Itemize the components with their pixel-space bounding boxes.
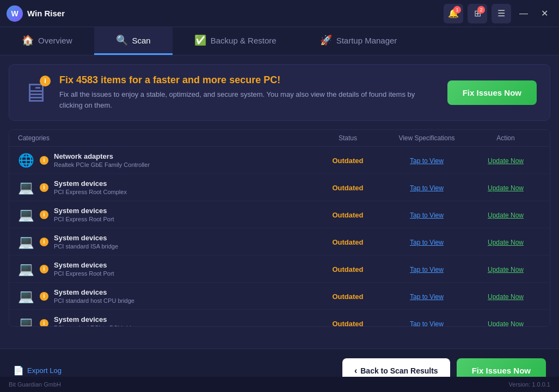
row-info-badge: i xyxy=(40,183,48,192)
update-now-link[interactable]: Update Now xyxy=(488,266,524,273)
app-logo: W xyxy=(7,5,23,22)
category-icon: 🌐 xyxy=(18,153,34,168)
row-status: Outdated xyxy=(312,210,383,220)
category-name: System devices xyxy=(54,288,134,296)
row-view-specs[interactable]: Tap to View xyxy=(383,210,470,220)
back-arrow-icon: ‹ xyxy=(354,366,357,376)
tab-startup[interactable]: 🚀 Startup Manager xyxy=(298,27,419,55)
table-row: 💻 i System devices PCI standard host CPU… xyxy=(9,283,550,310)
category-sub: Realtek PCIe GbE Family Controller xyxy=(54,161,150,168)
tap-to-view-link[interactable]: Tap to View xyxy=(410,211,444,219)
category-sub: PCI standard host CPU bridge xyxy=(54,297,134,304)
backup-icon: ✅ xyxy=(194,34,206,46)
row-status: Outdated xyxy=(312,183,383,192)
banner-subtitle: Fix all the issues to enjoy a stable, op… xyxy=(59,89,437,110)
tab-backup-label: Backup & Restore xyxy=(211,36,277,45)
category-name: System devices xyxy=(54,234,118,242)
tap-to-view-link[interactable]: Tap to View xyxy=(410,320,444,327)
grid-badge: 2 xyxy=(477,6,485,14)
status-outdated: Outdated xyxy=(332,211,363,219)
tap-to-view-link[interactable]: Tap to View xyxy=(410,293,444,301)
row-view-specs[interactable]: Tap to View xyxy=(383,155,470,165)
category-sub: PCI Express Root Port xyxy=(54,216,114,222)
table-row: 💻 i System devices PCI standard ISA brid… xyxy=(9,228,550,256)
update-now-link[interactable]: Update Now xyxy=(488,239,524,246)
category-name: Network adapters xyxy=(54,152,150,160)
tap-to-view-link[interactable]: Tap to View xyxy=(410,184,444,192)
tab-overview[interactable]: 🏠 Overview xyxy=(0,27,94,55)
tab-overview-label: Overview xyxy=(38,36,72,45)
row-action[interactable]: Update Now xyxy=(470,210,541,220)
update-now-link[interactable]: Update Now xyxy=(488,211,524,219)
update-now-link[interactable]: Update Now xyxy=(488,320,524,327)
category-name: System devices xyxy=(54,261,114,269)
row-category: 💻 i System devices PCI Express Root Port xyxy=(18,261,312,277)
tab-startup-label: Startup Manager xyxy=(336,36,397,45)
tab-scan[interactable]: 🔍 Scan xyxy=(94,27,173,55)
row-action[interactable]: Update Now xyxy=(470,237,541,247)
table-row: 💻 i System devices PCI Express Root Port… xyxy=(9,256,550,283)
app-title: Win Riser xyxy=(27,9,444,18)
col-status: Status xyxy=(312,134,383,142)
row-status: Outdated xyxy=(312,291,383,301)
col-view-specs: View Specifications xyxy=(383,134,470,142)
banner-icon-wrap: 🖥 i xyxy=(22,78,48,108)
row-info-badge: i xyxy=(40,265,48,273)
minimize-button[interactable]: — xyxy=(515,5,532,22)
export-log-button[interactable]: 📄 Export Log xyxy=(13,365,62,376)
row-action[interactable]: Update Now xyxy=(470,183,541,192)
logo-text: W xyxy=(11,9,18,18)
tap-to-view-link[interactable]: Tap to View xyxy=(410,266,444,273)
row-view-specs[interactable]: Tap to View xyxy=(383,183,470,192)
row-action[interactable]: Update Now xyxy=(470,291,541,301)
category-icon: 💻 xyxy=(18,234,34,250)
results-table: Categories Status View Specifications Ac… xyxy=(9,129,550,327)
row-info-badge: i xyxy=(40,156,48,165)
export-log-label: Export Log xyxy=(27,366,62,375)
col-action: Action xyxy=(470,134,541,142)
status-outdated: Outdated xyxy=(332,265,363,273)
col-categories: Categories xyxy=(18,134,312,142)
row-view-specs[interactable]: Tap to View xyxy=(383,264,470,274)
category-name: System devices xyxy=(54,315,138,323)
row-status: Outdated xyxy=(312,264,383,274)
issue-banner: 🖥 i Fix 4583 items for a faster and more… xyxy=(9,64,550,121)
category-sub: PCI standard PCI-to-PCI bridge xyxy=(54,325,138,326)
table-row: 💻 i System devices PCI standard PCI-to-P… xyxy=(9,310,550,326)
row-status: Outdated xyxy=(312,319,383,327)
category-name: System devices xyxy=(54,179,127,188)
update-now-link[interactable]: Update Now xyxy=(488,157,524,165)
close-button[interactable]: ✕ xyxy=(536,5,552,22)
row-info-badge: i xyxy=(40,319,48,327)
category-name: System devices xyxy=(54,207,114,215)
update-now-link[interactable]: Update Now xyxy=(488,293,524,301)
status-outdated: Outdated xyxy=(332,184,363,192)
row-action[interactable]: Update Now xyxy=(470,264,541,274)
row-action[interactable]: Update Now xyxy=(470,155,541,165)
status-outdated: Outdated xyxy=(332,320,363,327)
row-category: 💻 i System devices PCI standard host CPU… xyxy=(18,288,312,304)
export-icon: 📄 xyxy=(13,365,24,376)
row-category: 💻 i System devices PCI Express Root Port xyxy=(18,207,312,222)
category-sub: PCI standard ISA bridge xyxy=(54,243,118,250)
notifications-button[interactable]: 🔔 1 xyxy=(444,4,463,23)
row-info-badge: i xyxy=(40,210,48,219)
row-view-specs[interactable]: Tap to View xyxy=(383,319,470,327)
category-icon: 💻 xyxy=(18,262,34,277)
category-icon: 💻 xyxy=(18,207,34,222)
row-category: 💻 i System devices PCI Express Root Comp… xyxy=(18,179,312,195)
grid-button[interactable]: ⊞ 2 xyxy=(468,4,487,23)
fix-issues-banner-button[interactable]: Fix Issues Now xyxy=(447,80,537,105)
warning-badge: i xyxy=(40,76,51,86)
row-action[interactable]: Update Now xyxy=(470,319,541,327)
table-row: 💻 i System devices PCI Express Root Comp… xyxy=(9,174,550,201)
row-info-badge: i xyxy=(40,292,48,301)
update-now-link[interactable]: Update Now xyxy=(488,184,524,192)
menu-button[interactable]: ☰ xyxy=(492,4,511,23)
category-icon: 💻 xyxy=(18,316,34,327)
row-view-specs[interactable]: Tap to View xyxy=(383,291,470,301)
row-view-specs[interactable]: Tap to View xyxy=(383,237,470,247)
tap-to-view-link[interactable]: Tap to View xyxy=(410,239,444,246)
tap-to-view-link[interactable]: Tap to View xyxy=(410,157,444,165)
tab-backup[interactable]: ✅ Backup & Restore xyxy=(173,27,298,55)
